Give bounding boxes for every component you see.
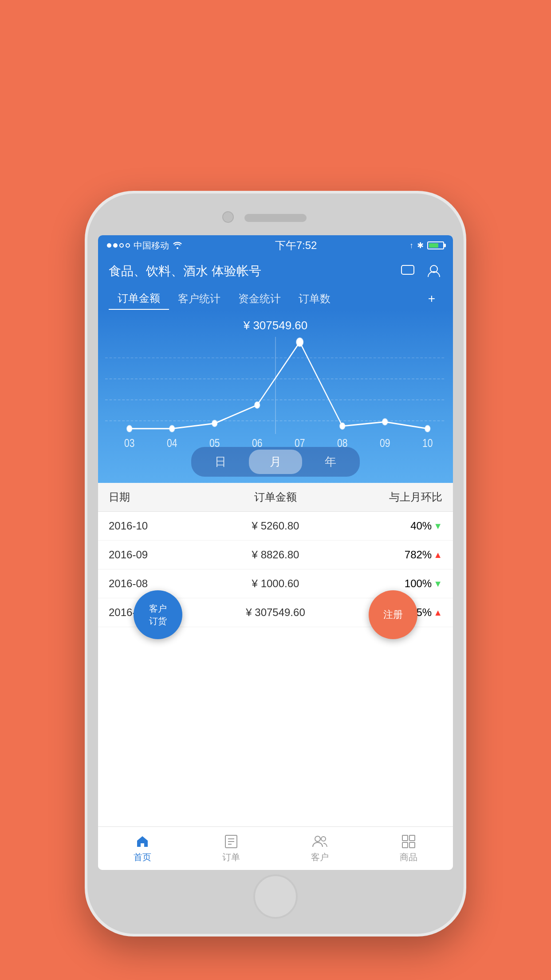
phone-home-button[interactable] xyxy=(253,874,298,919)
phone-screen: 中国移动 下午7:52 ↑ ✱ 食品、饮料、酒水 体验帐号 xyxy=(98,235,453,870)
tab-fund-stats[interactable]: 资金统计 xyxy=(229,288,290,309)
nav-customers-label: 客户 xyxy=(311,851,329,863)
app-title: 食品、饮料、酒水 体验帐号 xyxy=(109,263,261,280)
table-row: 2016-10 ¥ 5260.80 40%▼ xyxy=(98,512,453,541)
nav-customers[interactable]: 客户 xyxy=(276,834,364,863)
location-icon: ↑ xyxy=(409,241,413,250)
customer-order-button[interactable]: 客户订货 xyxy=(134,590,182,639)
phone-camera xyxy=(222,211,234,223)
products-icon xyxy=(401,834,417,850)
nav-home[interactable]: 首页 xyxy=(98,834,187,863)
signal-dot-3 xyxy=(119,243,124,248)
svg-rect-32 xyxy=(409,842,415,848)
col-header-date: 日期 xyxy=(109,490,204,504)
row-change-3: 100%▼ xyxy=(347,577,442,590)
svg-point-13 xyxy=(382,419,388,425)
customer-order-label: 客户订货 xyxy=(149,602,167,627)
tab-order-amount[interactable]: 订单金额 xyxy=(109,288,169,310)
chart-container: ¥ 307549.60 xyxy=(98,310,453,483)
signal-dot-1 xyxy=(107,243,111,248)
app-tabs: 订单金额 客户统计 资金统计 订单数 + xyxy=(109,288,442,310)
svg-text:03: 03 xyxy=(124,437,134,450)
tab-plus-button[interactable]: + xyxy=(421,288,442,309)
svg-point-27 xyxy=(315,836,320,842)
signal-dots xyxy=(107,243,130,248)
app-header-icons xyxy=(400,263,442,280)
nav-products-label: 商品 xyxy=(400,851,417,863)
battery-icon xyxy=(427,241,444,249)
bottom-nav: 首页 订单 xyxy=(98,826,453,870)
row-date-3: 2016-08 xyxy=(109,577,204,590)
svg-rect-31 xyxy=(402,842,408,848)
nav-orders[interactable]: 订单 xyxy=(187,834,276,863)
orders-icon xyxy=(223,834,239,850)
col-header-amount: 订单金额 xyxy=(204,490,347,504)
period-day-button[interactable]: 日 xyxy=(194,450,247,474)
table-header: 日期 订单金额 与上月环比 xyxy=(98,483,453,512)
chart-svg: 03 04 05 06 07 08 09 10 xyxy=(105,337,446,452)
nav-orders-label: 订单 xyxy=(222,851,240,863)
phone-wrapper: 中国移动 下午7:52 ↑ ✱ 食品、饮料、酒水 体验帐号 xyxy=(85,191,466,937)
row-change-1: 40%▼ xyxy=(347,520,442,532)
status-left: 中国移动 xyxy=(107,240,182,252)
status-bar: 中国移动 下午7:52 ↑ ✱ xyxy=(98,235,453,256)
app-header: 食品、饮料、酒水 体验帐号 xyxy=(98,256,453,310)
col-header-change: 与上月环比 xyxy=(347,490,442,504)
register-label: 注册 xyxy=(383,608,403,621)
arrow-up-icon-2: ▲ xyxy=(433,550,442,560)
arrow-up-icon-4: ▲ xyxy=(433,608,442,618)
row-date-1: 2016-10 xyxy=(109,520,204,532)
tab-order-count[interactable]: 订单数 xyxy=(290,288,339,309)
status-time: 下午7:52 xyxy=(275,238,317,253)
arrow-down-icon-3: ▼ xyxy=(433,579,442,589)
signal-dot-2 xyxy=(113,243,118,248)
row-amount-1: ¥ 5260.80 xyxy=(204,520,347,532)
period-selector: 日 月 年 xyxy=(191,447,360,477)
period-year-button[interactable]: 年 xyxy=(304,450,357,474)
svg-text:10: 10 xyxy=(422,437,433,450)
svg-text:09: 09 xyxy=(380,437,390,450)
carrier-label: 中国移动 xyxy=(134,240,169,252)
row-date-2: 2016-09 xyxy=(109,549,204,561)
status-right: ↑ ✱ xyxy=(409,241,444,250)
register-button[interactable]: 注册 xyxy=(369,590,417,639)
chart-value-label: ¥ 307549.60 xyxy=(105,319,446,332)
svg-point-28 xyxy=(321,837,326,841)
svg-rect-0 xyxy=(401,265,414,274)
svg-point-8 xyxy=(169,426,175,432)
phone-speaker xyxy=(244,214,307,222)
period-month-button[interactable]: 月 xyxy=(249,450,302,474)
table-row: 2016-09 ¥ 8826.80 782%▲ xyxy=(98,541,453,569)
bluetooth-icon: ✱ xyxy=(417,241,424,250)
svg-point-9 xyxy=(212,420,217,427)
home-icon xyxy=(134,834,150,850)
app-header-top: 食品、饮料、酒水 体验帐号 xyxy=(109,263,442,280)
nav-home-label: 首页 xyxy=(134,851,151,863)
row-amount-3: ¥ 1000.60 xyxy=(204,577,347,590)
row-amount-2: ¥ 8826.80 xyxy=(204,549,347,561)
signal-dot-4 xyxy=(126,243,130,248)
svg-point-10 xyxy=(255,402,260,408)
nav-products[interactable]: 商品 xyxy=(364,834,453,863)
tab-customer-stats[interactable]: 客户统计 xyxy=(169,288,229,309)
chat-icon[interactable] xyxy=(400,263,417,280)
row-change-2: 782%▲ xyxy=(347,549,442,561)
arrow-down-icon-1: ▼ xyxy=(433,521,442,531)
row-amount-4: ¥ 307549.60 xyxy=(204,606,347,619)
user-icon[interactable] xyxy=(425,263,442,280)
customers-icon xyxy=(312,834,328,850)
svg-text:04: 04 xyxy=(167,437,177,450)
svg-rect-30 xyxy=(409,835,415,841)
battery-fill xyxy=(429,243,438,248)
svg-point-12 xyxy=(340,423,345,429)
svg-point-11 xyxy=(296,338,303,346)
wifi-icon xyxy=(173,242,182,249)
svg-point-14 xyxy=(425,426,430,432)
svg-point-7 xyxy=(127,426,132,432)
svg-rect-29 xyxy=(402,835,408,841)
